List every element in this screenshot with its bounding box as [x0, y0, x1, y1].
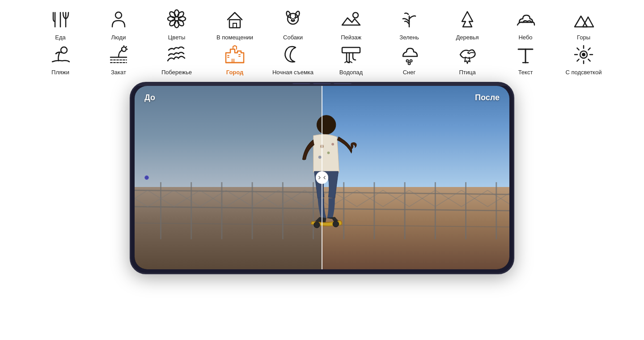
- sunset-label: Закат: [111, 69, 126, 76]
- icon-waterfall[interactable]: Водопад: [322, 43, 380, 76]
- icon-people[interactable]: Люди: [89, 8, 148, 41]
- people-label: Люди: [111, 34, 126, 41]
- icon-trees[interactable]: Деревья: [438, 8, 496, 41]
- icons-row-2: Пляжи Закат: [31, 43, 613, 76]
- beach-label: Пляжи: [51, 69, 69, 76]
- mountains-icon: [572, 8, 595, 31]
- svg-point-73: [333, 221, 339, 227]
- icon-beach[interactable]: Пляжи: [31, 43, 89, 76]
- svg-point-18: [290, 17, 292, 19]
- dogs-label: Собаки: [283, 34, 303, 41]
- bird-icon: [456, 43, 479, 66]
- svg-line-47: [577, 48, 579, 50]
- sky-label: Небо: [518, 34, 532, 41]
- text-icon: [514, 43, 537, 66]
- svg-point-17: [295, 11, 300, 18]
- backlight-label: С подсветкой: [566, 69, 602, 76]
- dogs-icon: [281, 8, 305, 31]
- icon-dogs[interactable]: Собаки: [264, 8, 322, 41]
- phone-container: До После: [0, 82, 644, 274]
- svg-point-10: [177, 11, 185, 19]
- food-icon: [49, 8, 72, 31]
- icon-landscape[interactable]: Пейзаж: [322, 8, 380, 41]
- svg-point-12: [177, 19, 185, 27]
- city-label: Город: [226, 69, 244, 76]
- split-handle[interactable]: [316, 171, 328, 184]
- svg-point-35: [407, 60, 409, 62]
- svg-rect-34: [342, 47, 360, 53]
- landscape-label: Пейзаж: [341, 34, 361, 41]
- svg-point-19: [294, 17, 296, 19]
- svg-rect-14: [233, 23, 237, 28]
- backlight-icon: [572, 43, 595, 66]
- waterfall-icon: [339, 43, 363, 66]
- icon-greens[interactable]: Зелень: [380, 8, 438, 41]
- icon-text[interactable]: Текст: [496, 43, 555, 76]
- text-label: Текст: [518, 69, 533, 76]
- svg-line-49: [588, 48, 590, 50]
- greens-label: Зелень: [399, 34, 419, 41]
- svg-line-50: [577, 59, 579, 61]
- svg-point-67: [317, 115, 335, 134]
- phone-screen: До После: [135, 86, 509, 269]
- beach-icon: [49, 43, 72, 66]
- icon-food[interactable]: Еда: [31, 8, 89, 41]
- icons-row-1: Еда Люди: [31, 8, 613, 41]
- landscape-icon: [339, 8, 363, 31]
- split-container: До После: [135, 86, 509, 269]
- coast-label: Побережье: [161, 69, 192, 76]
- icon-snow[interactable]: Снег: [380, 43, 438, 76]
- bird-label: Птица: [459, 69, 475, 76]
- mountains-label: Горы: [577, 34, 590, 41]
- people-icon: [107, 8, 130, 31]
- sunset-icon: [107, 43, 130, 66]
- phone-btn-2: [313, 82, 331, 84]
- icon-sunset[interactable]: Закат: [89, 43, 148, 76]
- svg-point-36: [410, 60, 412, 62]
- svg-point-20: [292, 19, 294, 21]
- svg-point-23: [122, 47, 126, 51]
- greens-icon: [398, 8, 421, 31]
- phone-btn-1: [292, 82, 310, 84]
- night-label: Ночная съемка: [272, 69, 314, 76]
- svg-point-21: [353, 13, 358, 18]
- icon-city[interactable]: Город: [206, 43, 264, 76]
- waterfall-label: Водопад: [339, 69, 363, 76]
- trees-icon: [456, 8, 479, 31]
- night-icon: [281, 43, 305, 66]
- icon-bird[interactable]: Птица: [438, 43, 496, 76]
- icon-coast[interactable]: Побережье: [148, 43, 206, 76]
- snow-icon: [398, 43, 421, 66]
- svg-point-11: [169, 19, 177, 27]
- indoor-icon: [223, 8, 246, 31]
- svg-point-9: [169, 11, 177, 19]
- coast-icon: [165, 43, 188, 66]
- svg-point-37: [408, 62, 411, 64]
- phone-device: До После: [130, 82, 514, 274]
- svg-point-3: [115, 12, 122, 18]
- svg-point-70: [318, 156, 322, 159]
- icon-mountains[interactable]: Горы: [555, 8, 613, 41]
- svg-point-71: [331, 143, 334, 146]
- icon-sky[interactable]: Небо: [496, 8, 555, 41]
- icon-backlight[interactable]: С подсветкой: [555, 43, 613, 76]
- svg-line-48: [588, 59, 590, 61]
- icon-indoor[interactable]: В помещении: [206, 8, 264, 41]
- phone-btn-3: [334, 82, 352, 84]
- svg-point-72: [314, 222, 320, 228]
- label-before: До: [144, 93, 155, 102]
- icon-flowers[interactable]: Цветы: [148, 8, 206, 41]
- icon-night[interactable]: Ночная съемка: [264, 43, 322, 76]
- phone-top-buttons: [292, 82, 352, 84]
- svg-line-26: [126, 47, 127, 47]
- svg-point-16: [286, 11, 291, 18]
- food-label: Еда: [55, 34, 66, 41]
- label-after: После: [475, 93, 500, 102]
- svg-point-69: [327, 152, 330, 154]
- flowers-icon: [165, 8, 188, 31]
- city-icon: [223, 43, 246, 66]
- snow-label: Снег: [403, 69, 416, 76]
- svg-point-51: [582, 53, 585, 56]
- svg-point-38: [467, 52, 469, 54]
- sky-icon: [514, 8, 537, 31]
